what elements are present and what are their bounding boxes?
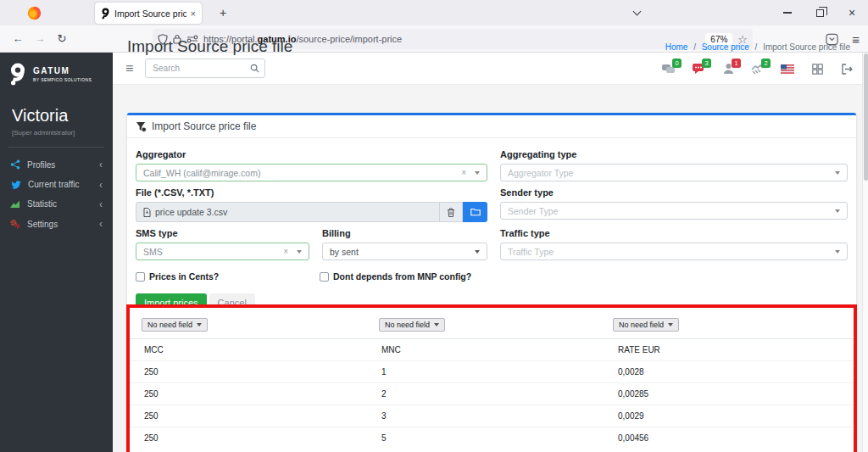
language-flag-icon[interactable] [780, 62, 795, 75]
brand[interactable]: GATUM BY SEMPICO SOLUTIONS [0, 53, 113, 94]
file-name: price update 3.csv [155, 207, 227, 217]
brand-title: GATUM [33, 66, 92, 75]
apps-grid-icon[interactable] [810, 62, 825, 75]
page-header: Import Source price file Home / Source p… [113, 32, 862, 61]
chevron-down-icon [475, 250, 480, 254]
close-icon[interactable]: × [836, 0, 868, 25]
sidebar-divider [8, 147, 104, 148]
sender-type-label: Sender type [500, 187, 848, 198]
logout-icon[interactable] [839, 62, 854, 75]
rate-table-rows: 250 1 0,0028 250 2 0,00285 250 3 0,0029 … [130, 360, 854, 449]
messages-icon[interactable]: 3 [691, 62, 706, 75]
cell-rate: 0,0028 [618, 367, 854, 377]
browse-file-button[interactable] [463, 202, 487, 222]
search-box[interactable] [145, 59, 265, 78]
browser-titlebar: Import Source price file × + × [0, 0, 868, 25]
user-name: Victoria [0, 94, 113, 127]
breadcrumb-home[interactable]: Home [665, 42, 688, 52]
mnp-config-checkbox[interactable]: Dont depends from MNP config? [320, 271, 471, 282]
users-icon[interactable]: 1 [721, 62, 736, 75]
chevron-down-icon [668, 323, 673, 326]
browser-tab[interactable]: Import Source price file × [95, 3, 202, 24]
sidebar-item-settings[interactable]: Settings ‹ [0, 214, 113, 234]
table-row: 250 5 0,00456 [130, 427, 854, 449]
col-header-rate: RATE EUR [618, 345, 854, 354]
search-input[interactable] [153, 64, 250, 73]
chevron-left-icon: ‹ [99, 160, 103, 169]
sidebar-item-profiles[interactable]: Profiles ‹ [0, 154, 113, 175]
file-icon [143, 208, 151, 217]
table-row: 250 1 0,0028 [130, 360, 854, 382]
chevron-left-icon: ‹ [99, 220, 103, 228]
sender-type-select[interactable]: Sender Type [500, 202, 848, 220]
support-icon[interactable]: 2 [750, 62, 765, 75]
chevron-down-icon [835, 209, 840, 213]
clear-icon[interactable]: × [283, 247, 288, 256]
chevron-down-icon [835, 171, 840, 175]
back-icon[interactable]: ← [7, 29, 29, 49]
cell-mnc: 5 [381, 433, 618, 443]
page-scrollbar[interactable] [862, 53, 868, 452]
sidebar-toggle-icon[interactable]: ≡ [125, 61, 133, 76]
scrollbar-thumb[interactable] [864, 53, 868, 181]
checkbox-box[interactable] [320, 272, 329, 282]
breadcrumb-current: Import Source price file [763, 42, 850, 52]
statistic-icon [10, 199, 20, 209]
checkbox-box[interactable] [136, 272, 145, 282]
rate-column-mapping-select[interactable]: No need field [613, 318, 679, 332]
tab-list-icon[interactable] [620, 0, 653, 25]
aggregator-select[interactable]: Calif_WH (calif@mirage.com) × [136, 164, 487, 181]
billing-label: Billing [322, 228, 487, 238]
sidebar-item-current-traffic[interactable]: Current traffic ‹ [0, 175, 113, 194]
cell-rate: 0,00456 [618, 433, 854, 443]
tab-title: Import Source price file [114, 8, 186, 19]
table-row: 250 2 0,00285 [130, 382, 854, 405]
aggregating-type-select[interactable]: Aggregator Type [500, 164, 848, 181]
sidebar-item-statistic[interactable]: Statistic ‹ [0, 194, 113, 214]
gatum-logo-icon [8, 63, 27, 86]
cell-mnc: 3 [381, 411, 618, 421]
breadcrumb-source-price[interactable]: Source price [702, 42, 749, 52]
gatum-favicon [101, 8, 110, 20]
prices-in-cents-checkbox[interactable]: Prices in Cents? [136, 271, 320, 282]
col-header-mcc: MCC [144, 345, 381, 354]
traffic-bird-icon [10, 180, 21, 189]
minimize-icon[interactable] [771, 0, 804, 25]
tab-close-icon[interactable]: × [191, 8, 196, 19]
billing-select[interactable]: by sent [322, 243, 487, 260]
new-tab-button[interactable]: + [214, 4, 232, 21]
chevron-left-icon: ‹ [99, 200, 103, 209]
forward-icon[interactable]: → [29, 29, 51, 49]
chevron-down-icon [434, 323, 439, 326]
brand-subtitle: BY SEMPICO SOLUTIONS [33, 77, 92, 82]
cell-mnc: 2 [381, 389, 618, 399]
user-role: [Super administrator] [0, 127, 113, 147]
delete-file-button[interactable] [440, 202, 463, 222]
clear-icon[interactable]: × [461, 168, 466, 177]
aggregator-label: Aggregator [136, 149, 487, 159]
file-input[interactable]: price update 3.csv [136, 202, 440, 222]
chevron-down-icon [197, 323, 202, 326]
chevron-left-icon: ‹ [99, 181, 103, 189]
reload-icon[interactable]: ↻ [51, 29, 73, 49]
cell-mcc: 250 [144, 433, 381, 443]
file-label: File (*.CSV, *.TXT) [136, 187, 487, 198]
restore-icon[interactable] [804, 0, 836, 25]
mcc-column-mapping-select[interactable]: No need field [142, 318, 208, 332]
search-icon[interactable] [250, 64, 259, 73]
aggregating-type-label: Aggregating type [500, 149, 848, 159]
card-header: Import Source price file [127, 115, 856, 138]
card-body: Aggregator Calif_WH (calif@mirage.com) ×… [127, 138, 856, 317]
chats-icon[interactable]: 0 [661, 62, 676, 75]
chevron-down-icon [297, 250, 302, 254]
sms-type-select[interactable]: SMS × [136, 243, 309, 260]
sms-type-label: SMS type [136, 228, 309, 238]
table-header-row: MCC MNC RATE EUR [130, 339, 854, 360]
mnc-column-mapping-select[interactable]: No need field [379, 318, 445, 332]
sidebar: GATUM BY SEMPICO SOLUTIONS Victoria [Sup… [0, 53, 113, 452]
cell-mnc: 1 [381, 367, 618, 377]
cell-rate: 0,0029 [618, 411, 854, 421]
filter-icon [136, 121, 147, 132]
folder-icon [470, 208, 481, 216]
traffic-type-select[interactable]: Traffic Type [500, 243, 848, 260]
